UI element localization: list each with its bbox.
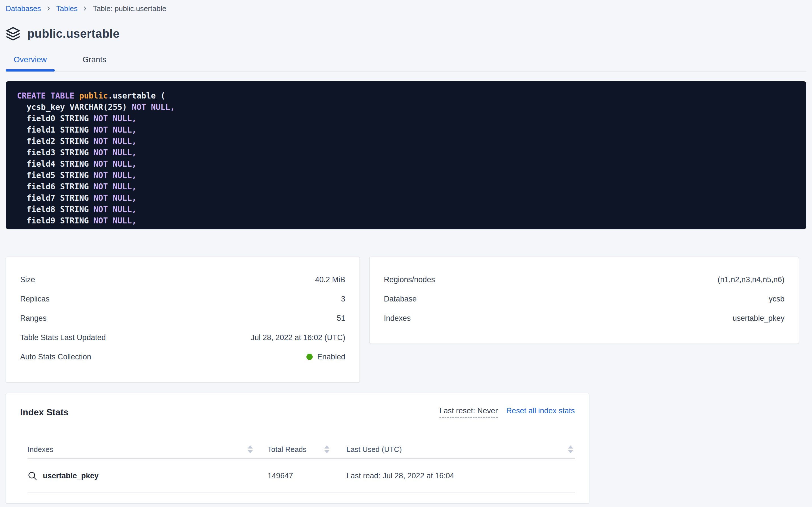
sort-arrows-icon[interactable]	[568, 445, 573, 453]
sql-line: ycsb_key VARCHAR(255) NOT NULL,	[17, 102, 795, 113]
sql-token-plain: field4 STRING	[17, 159, 93, 169]
detail-value: usertable_pkey	[733, 314, 785, 323]
tab-label: Grants	[82, 55, 106, 64]
breadcrumb-link-databases[interactable]: Databases	[6, 4, 41, 13]
sql-token-kw: CREATE TABLE	[17, 91, 79, 101]
sql-line: field1 STRING NOT NULL,	[17, 124, 795, 136]
total-reads-cell: 149647	[254, 471, 331, 480]
sql-line: field0 STRING NOT NULL,	[17, 113, 795, 124]
sort-desc-icon	[568, 450, 573, 453]
total-reads-value: 149647	[267, 471, 293, 480]
sql-line: field6 STRING NOT NULL,	[17, 181, 795, 192]
sql-line: field5 STRING NOT NULL,	[17, 170, 795, 181]
search-icon	[27, 471, 37, 481]
active-tab-underline	[6, 69, 55, 71]
sort-desc-icon	[324, 450, 329, 453]
detail-label: Ranges	[20, 314, 47, 323]
sql-token-plain: ycsb_key VARCHAR(255)	[17, 103, 132, 112]
detail-row-size: Size40.2 MiB	[20, 270, 345, 289]
tab-grants[interactable]: Grants	[75, 55, 114, 71]
sql-token-kw2: NOT NULL,	[93, 216, 137, 225]
detail-label: Auto Stats Collection	[20, 352, 91, 361]
sql-line: field3 STRING NOT NULL,	[17, 147, 795, 158]
sql-token-plain: field6 STRING	[17, 182, 93, 191]
detail-value-text: usertable_pkey	[733, 314, 785, 323]
detail-value-text: 51	[337, 314, 345, 323]
sql-token-kw2: NOT NULL,	[93, 114, 137, 123]
reset-all-index-stats-link[interactable]: Reset all index stats	[506, 406, 575, 415]
tab-overview[interactable]: Overview	[6, 55, 55, 71]
tab-bar: OverviewGrants	[6, 55, 806, 71]
table-metadata-card: Regions/nodes(n1,n2,n3,n4,n5,n6)Database…	[369, 257, 799, 344]
sql-line: field4 STRING NOT NULL,	[17, 158, 795, 170]
last-reset-label[interactable]: Last reset: Never	[439, 406, 498, 418]
detail-row-database: Databaseycsb	[384, 289, 785, 308]
detail-label: Indexes	[384, 314, 411, 323]
detail-row-auto-stats-collection: Auto Stats CollectionEnabled	[20, 347, 345, 367]
sql-token-schema: public	[79, 91, 108, 101]
detail-value: Enabled	[306, 352, 345, 361]
sql-token-plain: field9 STRING	[17, 216, 93, 225]
detail-row-replicas: Replicas3	[20, 289, 345, 308]
index-stats-title: Index Stats	[20, 406, 69, 418]
page-title: public.usertable	[27, 26, 119, 42]
index-stats-controls: Last reset: Never Reset all index stats	[439, 406, 575, 418]
breadcrumb: DatabasesTablesTable: public.usertable	[6, 4, 806, 13]
sql-token-kw2: NOT NULL,	[93, 205, 137, 214]
detail-value: 51	[337, 314, 345, 323]
sql-line: field9 STRING NOT NULL,	[17, 215, 795, 227]
column-header-total-reads[interactable]: Total Reads	[254, 445, 331, 454]
breadcrumb-chevron-icon	[45, 5, 52, 12]
sql-line: field8 STRING NOT NULL,	[17, 204, 795, 215]
index-stats-header: Index Stats Last reset: Never Reset all …	[20, 406, 575, 418]
sort-arrows-icon[interactable]	[248, 445, 253, 453]
detail-value: 40.2 MiB	[315, 275, 345, 284]
sql-token-kw2: NOT NULL,	[93, 171, 137, 180]
details-cards-row: Size40.2 MiBReplicas3Ranges51Table Stats…	[6, 257, 806, 383]
detail-value-text: 3	[341, 295, 345, 303]
sql-line: field2 STRING NOT NULL,	[17, 136, 795, 147]
detail-value-text: Enabled	[317, 352, 345, 361]
sort-arrows-icon[interactable]	[324, 445, 329, 453]
detail-row-regions-nodes: Regions/nodes(n1,n2,n3,n4,n5,n6)	[384, 270, 785, 289]
detail-label: Regions/nodes	[384, 275, 435, 284]
table-details-card: Size40.2 MiBReplicas3Ranges51Table Stats…	[6, 257, 360, 383]
sort-asc-icon	[324, 445, 329, 449]
detail-value: 3	[341, 295, 345, 303]
sql-token-plain: field7 STRING	[17, 193, 93, 203]
column-header-last-used-utc[interactable]: Last Used (UTC)	[331, 445, 575, 454]
index-stats-table-body: usertable_pkey149647Last read: Jul 28, 2…	[27, 459, 575, 493]
index-stats-table-header: IndexesTotal ReadsLast Used (UTC)	[27, 440, 575, 459]
detail-row-table-stats-last-updated: Table Stats Last UpdatedJul 28, 2022 at …	[20, 328, 345, 347]
last-used-cell: Last read: Jul 28, 2022 at 16:04	[331, 471, 575, 480]
detail-label: Database	[384, 295, 417, 303]
status-enabled-dot-icon	[306, 354, 313, 360]
index-stats-card: Index Stats Last reset: Never Reset all …	[6, 393, 589, 504]
sort-asc-icon	[248, 445, 253, 449]
column-header-label: Indexes	[27, 445, 53, 454]
table-details-page: DatabasesTablesTable: public.usertable p…	[0, 0, 812, 507]
index-stats-table: IndexesTotal ReadsLast Used (UTC) userta…	[20, 440, 575, 493]
column-header-indexes[interactable]: Indexes	[27, 445, 254, 454]
breadcrumb-link-tables[interactable]: Tables	[56, 4, 77, 13]
sql-token-kw2: NOT NULL,	[93, 148, 137, 157]
sql-token-plain: field5 STRING	[17, 171, 93, 180]
create-table-statement-block: CREATE TABLE public.usertable ( ycsb_key…	[6, 81, 806, 229]
detail-label: Size	[20, 275, 35, 284]
breadcrumb-chevron-icon	[82, 5, 88, 12]
sql-token-plain: field2 STRING	[17, 136, 93, 146]
sql-token-kw2: NOT NULL,	[93, 193, 137, 203]
tab-label: Overview	[14, 55, 47, 64]
detail-label: Replicas	[20, 295, 50, 303]
sql-token-kw2: NOT NULL,	[93, 182, 137, 191]
detail-row-ranges: Ranges51	[20, 308, 345, 328]
index-name-cell: usertable_pkey	[27, 471, 254, 481]
sql-token-plain: field0 STRING	[17, 114, 93, 123]
index-stats-row: usertable_pkey149647Last read: Jul 28, 2…	[27, 459, 575, 493]
detail-value-text: 40.2 MiB	[315, 275, 345, 284]
sql-token-kw2: NOT NULL,	[93, 136, 137, 146]
sql-token-kw2: NOT NULL,	[93, 159, 137, 169]
sql-token-plain: .usertable (	[108, 91, 165, 101]
index-name: usertable_pkey	[43, 471, 99, 480]
sql-line: field7 STRING NOT NULL,	[17, 192, 795, 204]
